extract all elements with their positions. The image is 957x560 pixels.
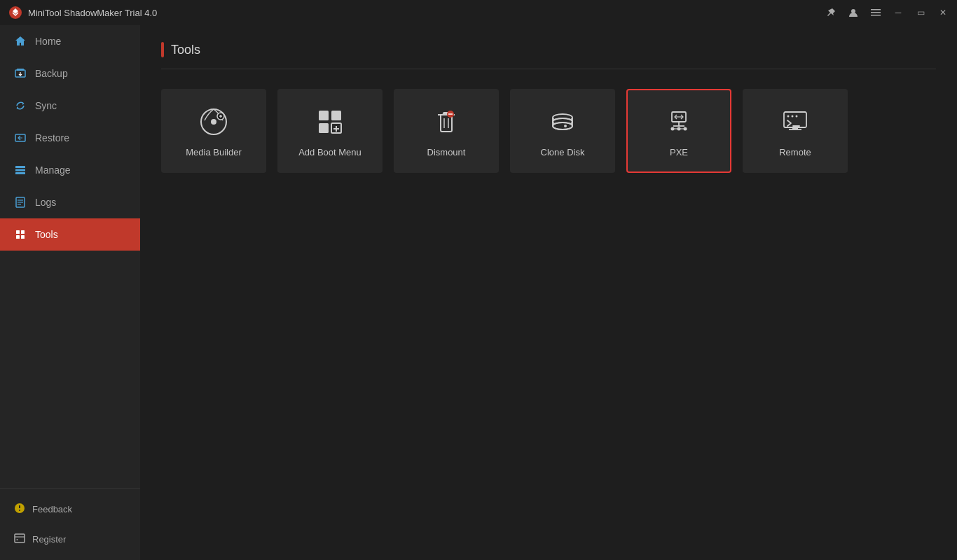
tools-grid: Media Builder Add Boot Menu bbox=[161, 89, 936, 173]
main-content: Tools Media Builder bbox=[140, 25, 957, 560]
svg-rect-18 bbox=[21, 235, 25, 239]
app-logo-icon bbox=[8, 6, 22, 20]
feedback-icon bbox=[14, 503, 25, 516]
tool-card-remote[interactable]: Remote bbox=[743, 89, 848, 173]
sidebar-label-restore: Restore bbox=[35, 132, 69, 144]
sidebar-label-tools: Tools bbox=[35, 229, 58, 240]
sidebar-label-feedback: Feedback bbox=[32, 504, 72, 514]
sidebar-item-backup[interactable]: Backup bbox=[0, 57, 140, 90]
sidebar-item-manage[interactable]: Manage bbox=[0, 154, 140, 186]
svg-rect-6 bbox=[17, 69, 24, 71]
logs-icon bbox=[14, 196, 27, 209]
sidebar-label-register: Register bbox=[32, 534, 66, 545]
tools-icon bbox=[14, 228, 27, 241]
minimize-button[interactable]: ─ bbox=[893, 7, 904, 18]
tool-card-clone-disk[interactable]: Clone Disk bbox=[510, 89, 615, 173]
tool-label-pxe: PXE bbox=[670, 147, 688, 158]
page-title-bar: Tools bbox=[161, 42, 936, 57]
svg-rect-16 bbox=[21, 230, 25, 234]
svg-rect-10 bbox=[15, 172, 25, 174]
tool-card-media-builder[interactable]: Media Builder bbox=[161, 89, 266, 173]
sidebar-label-home: Home bbox=[35, 36, 61, 47]
maximize-button[interactable]: ▭ bbox=[915, 7, 926, 18]
tool-label-media-builder: Media Builder bbox=[186, 147, 242, 158]
svg-point-44 bbox=[564, 125, 567, 127]
user-button[interactable] bbox=[848, 7, 859, 18]
sidebar: Home Backup Sync Restore bbox=[0, 25, 140, 560]
sync-icon bbox=[14, 99, 27, 112]
app-title: MiniTool ShadowMaker Trial 4.0 bbox=[28, 8, 157, 18]
remote-icon bbox=[778, 105, 812, 139]
close-button[interactable]: ✕ bbox=[937, 7, 949, 18]
sidebar-label-sync: Sync bbox=[35, 100, 57, 111]
sidebar-nav: Home Backup Sync Restore bbox=[0, 25, 140, 488]
svg-rect-54 bbox=[784, 112, 806, 127]
backup-icon bbox=[14, 67, 27, 80]
sidebar-item-home[interactable]: Home bbox=[0, 25, 140, 57]
tool-card-pxe[interactable]: PXE bbox=[626, 89, 731, 173]
app-body: Home Backup Sync Restore bbox=[0, 25, 957, 560]
clone-disk-icon bbox=[546, 105, 579, 139]
svg-rect-26 bbox=[319, 123, 329, 133]
tool-label-dismount: Dismount bbox=[427, 147, 466, 158]
titlebar-controls: ─ ▭ ✕ bbox=[825, 7, 949, 18]
home-icon bbox=[14, 35, 27, 48]
tool-card-dismount[interactable]: Dismount bbox=[394, 89, 499, 173]
media-builder-icon bbox=[197, 105, 230, 139]
svg-point-56 bbox=[792, 115, 794, 117]
svg-rect-19 bbox=[15, 534, 25, 542]
page-title: Tools bbox=[171, 43, 200, 57]
sidebar-label-logs: Logs bbox=[35, 197, 56, 208]
restore-icon bbox=[14, 132, 27, 144]
add-boot-menu-icon bbox=[313, 105, 347, 139]
sidebar-item-sync[interactable]: Sync bbox=[0, 90, 140, 122]
svg-rect-2 bbox=[871, 9, 881, 10]
sidebar-label-manage: Manage bbox=[35, 164, 71, 176]
svg-rect-9 bbox=[15, 169, 25, 172]
tool-label-remote: Remote bbox=[779, 147, 811, 158]
pxe-icon bbox=[662, 105, 696, 139]
tool-label-clone-disk: Clone Disk bbox=[541, 147, 585, 158]
sidebar-bottom: Feedback Register bbox=[0, 488, 140, 560]
sidebar-label-backup: Backup bbox=[35, 68, 68, 79]
sidebar-item-feedback[interactable]: Feedback bbox=[0, 494, 140, 524]
tool-card-add-boot-menu[interactable]: Add Boot Menu bbox=[277, 89, 383, 173]
svg-rect-25 bbox=[331, 111, 341, 120]
svg-rect-15 bbox=[16, 230, 20, 234]
sidebar-item-register[interactable]: Register bbox=[0, 524, 140, 554]
register-icon bbox=[14, 533, 25, 546]
svg-rect-3 bbox=[871, 12, 881, 13]
titlebar-left: MiniTool ShadowMaker Trial 4.0 bbox=[8, 6, 157, 20]
svg-point-55 bbox=[787, 115, 790, 117]
titlebar: MiniTool ShadowMaker Trial 4.0 ─ ▭ ✕ bbox=[0, 0, 957, 25]
title-accent bbox=[161, 42, 164, 57]
sidebar-item-logs[interactable]: Logs bbox=[0, 186, 140, 218]
svg-rect-4 bbox=[871, 15, 881, 16]
sidebar-item-restore[interactable]: Restore bbox=[0, 122, 140, 154]
title-divider bbox=[161, 69, 936, 69]
svg-point-22 bbox=[211, 119, 216, 125]
pin-button[interactable] bbox=[825, 7, 836, 18]
svg-point-57 bbox=[796, 115, 798, 117]
manage-icon bbox=[14, 164, 27, 176]
svg-rect-8 bbox=[15, 166, 25, 168]
menu-button[interactable] bbox=[870, 7, 881, 18]
sidebar-item-tools[interactable]: Tools bbox=[0, 218, 140, 251]
svg-rect-17 bbox=[16, 235, 20, 239]
svg-rect-24 bbox=[319, 111, 329, 120]
tool-label-add-boot-menu: Add Boot Menu bbox=[298, 147, 362, 158]
svg-point-20 bbox=[17, 539, 18, 540]
dismount-icon bbox=[429, 105, 463, 139]
